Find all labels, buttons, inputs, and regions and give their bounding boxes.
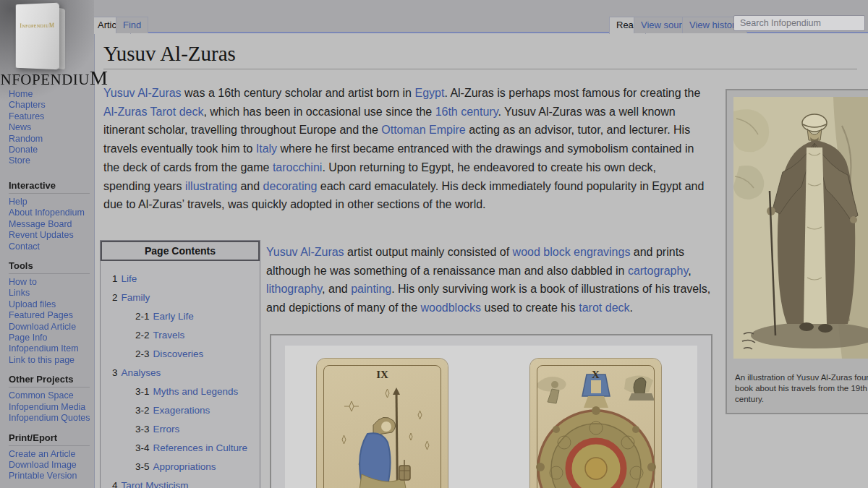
sidebar-item-contact[interactable]: Contact [9,241,90,252]
toc-item-number: 2-3 [135,348,150,359]
article-text: artist output mainly consisted of [344,246,513,258]
site-wordmark[interactable]: InfopendiuM [0,67,108,90]
sidebar-item-about-infopendium[interactable]: About Infopendium [9,207,90,218]
article-link[interactable]: Yusuv Al-Zuras [103,87,182,99]
article-text: , and [322,283,351,295]
article-paragraph-1: Yusuv Al-Zuras was a 16th century schola… [103,84,706,214]
toc-item-number: 3-5 [135,461,150,472]
sidebar-item-download-image[interactable]: Download Image [9,460,90,471]
sidebar-section-title: Other Projects [9,374,90,388]
article-link[interactable]: cartography [628,265,688,277]
article-link[interactable]: Italy [256,142,277,155]
toc-item-link[interactable]: Early Life [153,311,194,322]
toc-item-link[interactable]: Family [122,292,150,303]
article-link[interactable]: woodblocks [420,301,481,314]
portrait-illustration[interactable] [733,97,868,359]
tarot-card-wheel-of-fortune[interactable]: X [530,359,661,488]
toc-item-errors[interactable]: 3-3Errors [101,420,260,439]
toc-item-references-in-culture[interactable]: 3-4References in Culture [101,439,260,458]
sidebar-item-random[interactable]: Random [9,134,46,145]
toc-item-link[interactable]: References in Culture [153,442,248,453]
toc-item-link[interactable]: Appropriations [153,461,216,472]
sidebar-item-create-an-article[interactable]: Create an Article [9,449,90,460]
article-paragraph-2: Yusuv Al-Zuras artist output mainly cons… [266,243,713,317]
sidebar-item-how-to[interactable]: How to [9,277,90,288]
sidebar-section-tools: ToolsHow toLinksUpload filesFeatured Pag… [9,260,90,366]
sidebar-item-featured-pages[interactable]: Featured Pages [9,310,90,321]
page-contents-title: Page Contents [101,241,260,261]
sidebar-item-features[interactable]: Features [9,111,46,122]
toc-item-myths-and-legends[interactable]: 3-1Myths and Legends [101,382,260,401]
tab-find[interactable]: Find [116,17,148,33]
sidebar-nav: HomeChaptersFeaturesNewsRandomDonateStor… [9,89,46,167]
toc-item-number: 4 [112,480,118,488]
sidebar-item-donate[interactable]: Donate [9,145,46,155]
article-link[interactable]: Ottoman Empire [381,124,465,136]
portrait-caption: An illustration of Yusuv Al-Zuras found … [735,372,868,405]
toc-item-travels[interactable]: 2-2Travels [101,326,260,345]
article-link[interactable]: decorating [263,180,318,192]
page-contents-list: 1Life2Family2-1Early Life2-2Travels2-3Di… [101,261,260,488]
toc-item-exagerations[interactable]: 3-2Exagerations [101,401,260,420]
sidebar-item-store[interactable]: Store [9,155,46,166]
sidebar-item-chapters[interactable]: Chapters [9,100,46,111]
sidebar-item-printable-version[interactable]: Printable Version [9,471,90,481]
search-input[interactable] [733,15,865,31]
tarot-cards-panel: IX [285,346,697,488]
toc-item-link[interactable]: Travels [153,330,185,341]
sidebar-item-infopendium-item[interactable]: Infopendium Item [9,343,90,354]
toc-item-family[interactable]: 2Family [101,288,260,307]
toc-item-link[interactable]: Myths and Legends [153,386,239,397]
toc-item-link[interactable]: Exagerations [153,405,210,416]
sidebar-item-page-info[interactable]: Page Info [9,333,90,343]
toc-item-link[interactable]: Life [122,273,137,284]
wordmark-final-letter: M [90,67,108,89]
article-link[interactable]: tarocchini [273,161,322,174]
article-link[interactable]: 16th century [435,106,498,118]
toc-item-link[interactable]: Tarot Mysticism [122,480,189,488]
toc-item-link[interactable]: Discoveries [153,348,204,359]
toc-item-analyses[interactable]: 3Analyses [101,364,260,382]
article-link[interactable]: tarot deck [579,301,629,314]
search-box [733,15,865,31]
toc-item-appropriations[interactable]: 3-5Appropriations [101,458,260,476]
article-link[interactable]: painting [351,283,391,295]
sidebar-item-upload-files[interactable]: Upload files [9,299,90,310]
portrait-infobox: An illustration of Yusuv Al-Zuras found … [726,89,868,414]
tarot-card-hermit[interactable]: IX [317,359,448,488]
sidebar-item-news[interactable]: News [9,122,46,133]
article-link[interactable]: Yusuv Al-Zuras [266,246,344,258]
toc-item-discoveries[interactable]: 2-3Discoveries [101,345,260,364]
sidebar-item-infopendium-quotes[interactable]: Infopendium Quotes [9,413,90,424]
article-link[interactable]: illustrating [185,180,237,192]
article-text: was a 16th century scholar and artist bo… [182,87,415,99]
toc-item-link[interactable]: Analyses [122,367,161,378]
sidebar-item-common-space[interactable]: Common Space [9,390,90,401]
wordmark-main: Infopendiu [0,71,90,88]
article-link[interactable]: wood block engravings [513,246,631,258]
sidebar-section-print-eport: Print/EportCreate an ArticleDownload Ima… [9,432,90,482]
sidebar-item-download-article[interactable]: Download Article [9,322,90,333]
book-logo[interactable]: InfopendiuM [12,4,78,70]
sidebar-item-revent-updates[interactable]: Revent Updates [9,230,90,241]
sidebar-item-infopendium-media[interactable]: Infopendium Media [9,402,90,413]
article-link[interactable]: Egypt [414,87,444,99]
toc-item-life[interactable]: 1Life [101,270,260,288]
sidebar-section-interactive: InteractiveHelpAbout InfopendiumMessage … [9,180,90,252]
tarot-cards-figure: IX [270,334,712,488]
toc-item-tarot-mysticism[interactable]: 4Tarot Mysticism [101,476,260,488]
article-text: . Al-Zuras is perhaps most famous for cr… [444,87,700,99]
sidebar-item-links[interactable]: Links [9,288,90,299]
article-link[interactable]: lithography [266,283,322,295]
title-divider [103,69,857,69]
page-contents-box: Page Contents 1Life2Family2-1Early Life2… [100,240,260,488]
sidebar-item-help[interactable]: Help [9,197,90,207]
sidebar-item-link-to-this-page[interactable]: Link to this page [9,355,90,366]
book-cover: InfopendiuM [16,3,59,70]
sidebar-item-home[interactable]: Home [9,89,46,100]
sidebar-item-message-board[interactable]: Message Board [9,219,90,230]
article-link[interactable]: Al-Zuras Tarot deck [103,106,203,118]
toc-item-early-life[interactable]: 2-1Early Life [101,307,260,326]
article-text: and [237,180,263,192]
toc-item-link[interactable]: Errors [153,424,180,435]
